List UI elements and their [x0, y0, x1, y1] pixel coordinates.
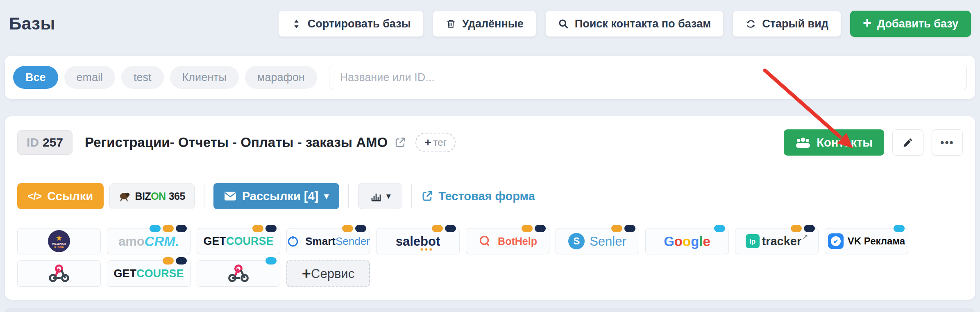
integration-tile-webinar-stars[interactable]: ★WEBINARSTARS: [17, 228, 101, 254]
databases-page: { "header": { "title": "Базы" }, "toolba…: [0, 0, 980, 312]
mailings-dropdown-button[interactable]: Рассылки [4] ▾: [213, 183, 339, 209]
logo-text: +: [302, 266, 311, 281]
page-title: Базы: [9, 14, 55, 34]
integration-tile-salebot[interactable]: salebot•••: [376, 228, 460, 254]
logo-text: COURSE: [136, 268, 184, 279]
logo-text: Sender: [336, 236, 370, 246]
filter-pill-клиенты[interactable]: Клиенты: [170, 66, 239, 89]
logo-text: BotHelp: [498, 236, 537, 246]
integration-tile-webhook-2[interactable]: [197, 260, 280, 287]
bar-chart-icon: [370, 190, 382, 202]
bizon-segment: 365: [169, 190, 185, 202]
open-database-external-link-icon[interactable]: [394, 136, 406, 149]
status-dot-orange: [611, 225, 622, 232]
webhook-2-logo: [228, 264, 249, 283]
filter-pill-email[interactable]: email: [64, 66, 116, 89]
filter-pill-test[interactable]: test: [121, 66, 164, 89]
status-dots: [611, 225, 635, 232]
integration-tile-amocrm[interactable]: amoCRM.: [107, 228, 191, 254]
rocket-doodle-icon: ↗: [802, 233, 808, 240]
filter-pill-марафон[interactable]: марафон: [245, 66, 317, 89]
status-dots: [714, 225, 725, 232]
contact-search-button[interactable]: Поиск контакта по базам: [545, 11, 724, 37]
status-dots: [252, 225, 277, 232]
plus-icon: +: [863, 16, 871, 30]
bizon-segment: BIZ: [135, 190, 151, 202]
edit-database-button[interactable]: [892, 129, 923, 156]
external-link-icon: [421, 190, 433, 202]
status-dot-orange: [342, 225, 353, 232]
links-label: Ссылки: [47, 190, 93, 203]
integration-tile-smartsender[interactable]: SmartSender: [286, 228, 370, 254]
logo-text: Smart: [305, 236, 336, 246]
links-button[interactable]: </> Ссылки: [17, 183, 104, 209]
code-icon: </>: [28, 190, 41, 202]
status-dots: [432, 225, 456, 232]
logo-text: o: [683, 235, 691, 248]
status-dot-cyan: [265, 257, 277, 265]
integration-tile-lptracker[interactable]: lptracker↗: [735, 228, 819, 254]
integration-tile-add-service[interactable]: +Сервис: [286, 260, 370, 287]
status-dot-navy: [804, 225, 815, 232]
filter-pill-все[interactable]: Все: [13, 66, 58, 89]
status-dot-navy: [624, 225, 635, 232]
integration-tile-webhook-1[interactable]: [17, 260, 101, 287]
logo-text: amo: [118, 235, 145, 248]
integration-tile-getcourse-2[interactable]: GETCOURSE: [107, 260, 191, 287]
deleted-databases-label: Удалённые: [462, 18, 524, 30]
test-form-link[interactable]: Тестовая форма: [421, 190, 535, 203]
next-card-strip: [5, 308, 975, 312]
status-dot-cyan: [150, 225, 161, 232]
database-card: ID257 Регистрации- Отчеты - Оплаты - зак…: [5, 116, 975, 300]
integration-tile-senler[interactable]: SSenler: [556, 228, 639, 254]
status-dot-orange: [163, 257, 174, 265]
vertical-divider: [204, 184, 204, 208]
webinar-stars-logo-icon: ★WEBINARSTARS: [48, 230, 70, 252]
google-logo: Google: [664, 235, 710, 248]
status-dot-orange: [432, 225, 443, 232]
logo-text: CRM.: [145, 235, 179, 248]
test-form-label: Тестовая форма: [438, 190, 535, 203]
status-dot-orange: [252, 225, 263, 232]
add-tag-button[interactable]: + тег: [415, 133, 456, 152]
chevron-down-icon: ▾: [324, 192, 329, 201]
status-dots: [894, 225, 905, 232]
add-service-logo: +Сервис: [302, 266, 354, 281]
status-dots: [791, 225, 815, 232]
webhook-1-logo: [49, 264, 69, 283]
add-database-button[interactable]: +Добавить базу: [850, 11, 971, 37]
logo-text: VK Реклама: [848, 236, 905, 246]
integration-tile-bothelp[interactable]: BotHelp: [466, 228, 549, 254]
integration-tile-getcourse[interactable]: GETCOURSE: [197, 228, 280, 254]
bizon365-button[interactable]: BIZON365: [109, 183, 195, 209]
check-icon: ✔: [831, 236, 841, 246]
status-dot-navy: [265, 225, 277, 232]
id-prefix: ID: [27, 136, 39, 149]
integration-tile-vk-reklama[interactable]: ✔VK Реклама: [825, 228, 908, 254]
deleted-databases-button[interactable]: Удалённые: [433, 11, 536, 37]
logo-text: GET: [113, 268, 136, 279]
contacts-label: Контакты: [817, 136, 873, 149]
database-card-body: </> Ссылки BIZON365 Рассылки [4] ▾: [5, 169, 975, 300]
vertical-divider: [411, 184, 412, 208]
users-icon: [795, 136, 811, 149]
add-tag-label: тег: [433, 137, 447, 148]
chevron-down-icon: ▾: [386, 192, 391, 201]
sort-databases-button[interactable]: Сортировать базы: [278, 11, 424, 37]
logo-text: l: [699, 235, 703, 248]
mailings-label: Рассылки [4]: [242, 190, 318, 203]
page-header: Базы Сортировать базыУдалённыеПоиск конт…: [0, 0, 980, 37]
statistics-dropdown-button[interactable]: ▾: [358, 183, 402, 209]
database-search-input[interactable]: [329, 65, 967, 90]
id-value: 257: [43, 136, 63, 149]
logo-text: Senler: [590, 235, 626, 248]
filter-panel: ВсеemailtestКлиентымарафон: [5, 56, 975, 99]
lptracker-logo: lptracker↗: [746, 234, 808, 248]
contacts-button[interactable]: Контакты: [784, 129, 884, 156]
bizon-segment: ON: [151, 190, 166, 202]
contact-search-label: Поиск контакта по базам: [575, 18, 711, 30]
sort-databases-label: Сортировать базы: [308, 18, 411, 30]
integration-tile-google[interactable]: Google: [645, 228, 729, 254]
old-view-button[interactable]: Старый вид: [733, 11, 841, 37]
more-options-button[interactable]: •••: [932, 129, 963, 156]
